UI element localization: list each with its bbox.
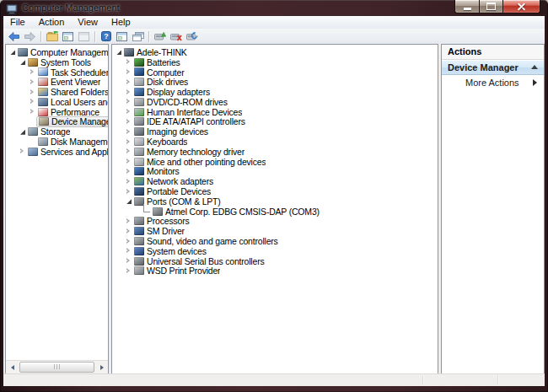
toolbar-separator	[94, 31, 95, 42]
device-update-icon	[154, 31, 166, 41]
device-item-disk-drives[interactable]: Disk drives	[112, 77, 438, 87]
collapse-arrow-icon[interactable]	[115, 48, 123, 56]
performance-icon	[38, 108, 48, 116]
console-item-event-viewer[interactable]: Event Viewer	[6, 77, 108, 87]
minimize-button[interactable]	[454, 0, 479, 13]
console-item-disk-management[interactable]: Disk Management	[6, 137, 108, 147]
menu-help[interactable]: Help	[105, 16, 137, 29]
expand-arrow-icon[interactable]	[125, 148, 133, 155]
device-item-keyboards[interactable]: Keyboards	[112, 137, 438, 147]
expand-arrow-icon[interactable]	[125, 68, 133, 76]
device-item-computer[interactable]: Computer	[112, 67, 438, 78]
menu-action[interactable]: Action	[32, 16, 72, 29]
menu-view[interactable]: View	[71, 16, 105, 29]
update-driver-button[interactable]	[152, 30, 168, 43]
collapse-arrow-icon[interactable]	[125, 197, 133, 205]
help-button[interactable]: ?	[98, 30, 114, 43]
device-item-human-interface-devices[interactable]: Human Interface Devices	[112, 107, 438, 117]
device-item-network-adapters[interactable]: Network adapters	[112, 176, 438, 186]
expand-arrow-icon[interactable]	[125, 78, 133, 86]
expand-arrow-icon[interactable]	[125, 158, 133, 165]
collapse-icon[interactable]	[531, 65, 538, 69]
expand-arrow-icon[interactable]	[125, 89, 133, 96]
expand-arrow-icon[interactable]	[125, 108, 133, 115]
more-actions-item[interactable]: More Actions	[442, 75, 544, 89]
device-item-processors[interactable]: Processors	[112, 217, 438, 227]
device-item-atmel-corp-edbg-cmsis-dap-com3[interactable]: Atmel Corp. EDBG CMSIS-DAP (COM3)	[112, 207, 438, 217]
toolbar-separator	[148, 31, 149, 42]
close-button[interactable]	[503, 0, 540, 13]
cascade-windows-button[interactable]	[130, 30, 146, 43]
scroll-right-button[interactable]	[95, 362, 108, 373]
expand-arrow-icon[interactable]	[125, 247, 133, 255]
actions-group-device-manager[interactable]: Device Manager	[442, 60, 544, 75]
expand-arrow-icon[interactable]	[125, 178, 133, 185]
show-hide-console-tree-button[interactable]	[60, 30, 76, 43]
console-item-system-tools[interactable]: System Tools	[6, 57, 108, 67]
device-item-universal-serial-bus-controllers[interactable]: Universal Serial Bus controllers	[112, 256, 438, 266]
expand-arrow-icon[interactable]	[125, 58, 133, 66]
device-item-sound-video-and-game-controllers[interactable]: Sound, video and game controllers	[112, 236, 438, 246]
export-list-button[interactable]	[44, 30, 60, 43]
device-item-ide-ata-atapi-controllers[interactable]: IDE ATA/ATAPI controllers	[112, 117, 438, 127]
titlebar[interactable]: Computer Management	[0, 0, 548, 16]
device-item-adele-think[interactable]: Adele-THINK	[112, 47, 438, 57]
collapse-arrow-icon[interactable]	[19, 58, 27, 66]
expand-arrow-icon[interactable]	[19, 148, 27, 155]
device-item-monitors[interactable]: Monitors	[112, 167, 438, 177]
expand-arrow-icon[interactable]	[29, 89, 37, 96]
menu-file[interactable]: File	[3, 16, 32, 29]
expand-arrow-icon[interactable]	[125, 228, 133, 235]
storage-icon	[28, 127, 38, 136]
expand-arrow-icon[interactable]	[125, 188, 133, 196]
uninstall-device-button[interactable]	[168, 30, 184, 43]
console-item-shared-folders[interactable]: Shared Folders	[6, 87, 108, 97]
device-item-mice-and-other-pointing-devices[interactable]: Mice and other pointing devices	[112, 157, 438, 167]
scroll-right-icon	[100, 365, 104, 370]
show-hide-action-pane-button[interactable]	[114, 30, 130, 43]
device-item-portable-devices[interactable]: Portable Devices	[112, 186, 438, 196]
console-item-services-and-applications[interactable]: Services and Applications	[6, 147, 108, 157]
expand-arrow-icon[interactable]	[29, 68, 37, 76]
expand-arrow-icon[interactable]	[125, 138, 133, 146]
scroll-left-button[interactable]	[6, 362, 19, 373]
back-button[interactable]	[6, 30, 22, 43]
device-item-wsd-print-provider[interactable]: WSD Print Provider	[112, 266, 438, 277]
expand-arrow-icon[interactable]	[125, 238, 133, 245]
device-item-memory-technology-driver[interactable]: Memory technology driver	[112, 147, 438, 157]
device-item-imaging-devices[interactable]: Imaging devices	[112, 126, 438, 137]
horizontal-scrollbar[interactable]	[6, 360, 108, 373]
computer-icon	[124, 48, 134, 56]
device-item-display-adapters[interactable]: Display adapters	[112, 87, 438, 97]
device-item-dvd-cd-rom-drives[interactable]: DVD/CD-ROM drives	[112, 97, 438, 107]
expand-arrow-icon[interactable]	[125, 128, 133, 136]
scan-hardware-changes-button[interactable]	[184, 30, 200, 43]
local-users-icon	[38, 98, 48, 106]
maximize-button[interactable]	[479, 0, 503, 13]
expand-arrow-icon[interactable]	[29, 108, 37, 115]
expand-arrow-icon[interactable]	[29, 98, 37, 105]
scrollbar-thumb[interactable]	[19, 362, 94, 373]
expand-arrow-icon[interactable]	[29, 78, 37, 86]
imaging-icon	[134, 127, 144, 136]
device-item-batteries[interactable]: Batteries	[112, 57, 438, 67]
console-item-computer-management-local[interactable]: Computer Management (Local	[6, 47, 108, 57]
expand-arrow-icon[interactable]	[125, 168, 133, 175]
expand-arrow-icon[interactable]	[125, 98, 133, 105]
device-item-system-devices[interactable]: System devices	[112, 246, 438, 256]
device-item-ports-com-lpt[interactable]: Ports (COM & LPT)	[112, 196, 438, 207]
forward-button[interactable]	[22, 30, 38, 43]
console-item-local-users-and-groups[interactable]: Local Users and Groups	[6, 97, 108, 107]
expand-arrow-icon[interactable]	[125, 257, 133, 265]
collapse-arrow-icon[interactable]	[8, 48, 17, 56]
console-item-task-scheduler[interactable]: Task Scheduler	[6, 67, 108, 78]
expand-arrow-icon[interactable]	[125, 118, 133, 126]
console-item-device-manager[interactable]: Device Manager	[6, 117, 108, 127]
console-item-performance[interactable]: Performance	[6, 107, 108, 117]
console-item-storage[interactable]: Storage	[6, 126, 108, 137]
expand-arrow-icon[interactable]	[125, 217, 133, 225]
show-window-button[interactable]	[76, 30, 92, 43]
expand-arrow-icon[interactable]	[125, 267, 133, 275]
collapse-arrow-icon[interactable]	[19, 128, 27, 136]
device-item-sm-driver[interactable]: SM Driver	[112, 226, 438, 236]
